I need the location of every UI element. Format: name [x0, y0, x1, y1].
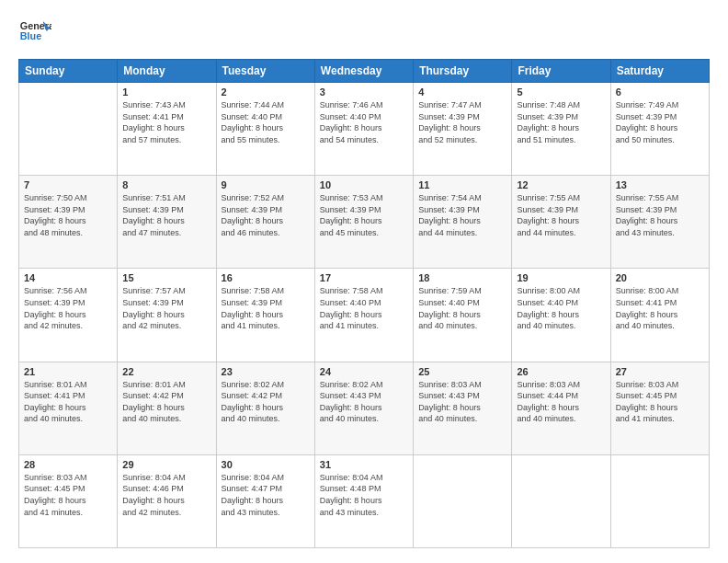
cell-info: Sunrise: 7:46 AM Sunset: 4:40 PM Dayligh… — [320, 99, 408, 145]
cell-info: Sunrise: 8:04 AM Sunset: 4:48 PM Dayligh… — [320, 472, 408, 518]
day-number: 7 — [24, 179, 112, 190]
cell-info: Sunrise: 8:03 AM Sunset: 4:45 PM Dayligh… — [616, 379, 704, 425]
calendar-cell: 12Sunrise: 7:55 AM Sunset: 4:39 PM Dayli… — [512, 176, 610, 269]
calendar-cell: 2Sunrise: 7:44 AM Sunset: 4:40 PM Daylig… — [216, 83, 314, 176]
day-number: 18 — [418, 272, 506, 283]
day-number: 20 — [616, 272, 704, 283]
day-number: 12 — [517, 179, 605, 190]
calendar-cell: 10Sunrise: 7:53 AM Sunset: 4:39 PM Dayli… — [314, 176, 413, 269]
cell-info: Sunrise: 8:03 AM Sunset: 4:43 PM Dayligh… — [418, 379, 506, 425]
calendar-week-3: 21Sunrise: 8:01 AM Sunset: 4:41 PM Dayli… — [19, 362, 710, 454]
day-number: 9 — [222, 179, 310, 190]
cell-info: Sunrise: 7:58 AM Sunset: 4:39 PM Dayligh… — [222, 285, 310, 331]
cell-info: Sunrise: 8:03 AM Sunset: 4:44 PM Dayligh… — [517, 379, 605, 425]
cell-info: Sunrise: 7:55 AM Sunset: 4:39 PM Dayligh… — [616, 192, 704, 238]
calendar-cell: 1Sunrise: 7:43 AM Sunset: 4:41 PM Daylig… — [118, 83, 216, 176]
day-number: 31 — [320, 459, 408, 470]
header: General Blue — [18, 15, 710, 48]
day-number: 19 — [517, 272, 605, 283]
calendar-cell — [414, 454, 512, 547]
day-number: 10 — [320, 179, 408, 190]
calendar-cell: 4Sunrise: 7:47 AM Sunset: 4:39 PM Daylig… — [414, 83, 512, 176]
cell-info: Sunrise: 7:58 AM Sunset: 4:40 PM Dayligh… — [320, 285, 408, 331]
calendar-cell: 16Sunrise: 7:58 AM Sunset: 4:39 PM Dayli… — [216, 269, 314, 362]
calendar-cell: 26Sunrise: 8:03 AM Sunset: 4:44 PM Dayli… — [512, 362, 610, 454]
calendar-cell: 23Sunrise: 8:02 AM Sunset: 4:42 PM Dayli… — [216, 362, 314, 454]
day-number: 3 — [320, 86, 408, 98]
logo: General Blue — [18, 15, 51, 48]
calendar-table: SundayMondayTuesdayWednesdayThursdayFrid… — [18, 59, 710, 548]
weekday-header-tuesday: Tuesday — [216, 60, 314, 83]
cell-info: Sunrise: 8:01 AM Sunset: 4:42 PM Dayligh… — [122, 379, 210, 425]
day-number: 2 — [222, 86, 310, 98]
day-number: 24 — [320, 366, 408, 377]
weekday-header-saturday: Saturday — [610, 60, 709, 83]
calendar-cell: 7Sunrise: 7:50 AM Sunset: 4:39 PM Daylig… — [19, 176, 118, 269]
weekday-header-sunday: Sunday — [19, 60, 118, 83]
day-number: 14 — [24, 272, 112, 283]
day-number: 1 — [122, 86, 210, 98]
cell-info: Sunrise: 8:00 AM Sunset: 4:40 PM Dayligh… — [517, 285, 605, 331]
day-number: 30 — [222, 459, 310, 470]
day-number: 25 — [418, 366, 506, 377]
day-number: 29 — [122, 459, 210, 470]
logo-icon: General Blue — [18, 15, 51, 48]
cell-info: Sunrise: 7:49 AM Sunset: 4:39 PM Dayligh… — [616, 99, 704, 145]
calendar-cell: 31Sunrise: 8:04 AM Sunset: 4:48 PM Dayli… — [314, 454, 413, 547]
weekday-header-friday: Friday — [512, 60, 610, 83]
calendar-cell: 19Sunrise: 8:00 AM Sunset: 4:40 PM Dayli… — [512, 269, 610, 362]
cell-info: Sunrise: 7:48 AM Sunset: 4:39 PM Dayligh… — [517, 99, 605, 145]
weekday-header-row: SundayMondayTuesdayWednesdayThursdayFrid… — [19, 60, 710, 83]
cell-info: Sunrise: 7:51 AM Sunset: 4:39 PM Dayligh… — [122, 192, 210, 238]
page: General Blue SundayMondayTuesdayWednesda… — [0, 0, 728, 563]
day-number: 13 — [616, 179, 704, 190]
calendar-cell: 29Sunrise: 8:04 AM Sunset: 4:46 PM Dayli… — [118, 454, 216, 547]
calendar-cell: 8Sunrise: 7:51 AM Sunset: 4:39 PM Daylig… — [118, 176, 216, 269]
calendar-cell: 5Sunrise: 7:48 AM Sunset: 4:39 PM Daylig… — [512, 83, 610, 176]
cell-info: Sunrise: 7:44 AM Sunset: 4:40 PM Dayligh… — [222, 99, 310, 145]
cell-info: Sunrise: 7:47 AM Sunset: 4:39 PM Dayligh… — [418, 99, 506, 145]
cell-info: Sunrise: 8:03 AM Sunset: 4:45 PM Dayligh… — [24, 472, 112, 518]
calendar-cell: 24Sunrise: 8:02 AM Sunset: 4:43 PM Dayli… — [314, 362, 413, 454]
weekday-header-monday: Monday — [118, 60, 216, 83]
cell-info: Sunrise: 8:04 AM Sunset: 4:46 PM Dayligh… — [122, 472, 210, 518]
calendar-cell: 30Sunrise: 8:04 AM Sunset: 4:47 PM Dayli… — [216, 454, 314, 547]
calendar-cell: 6Sunrise: 7:49 AM Sunset: 4:39 PM Daylig… — [610, 83, 709, 176]
calendar-cell: 3Sunrise: 7:46 AM Sunset: 4:40 PM Daylig… — [314, 83, 413, 176]
cell-info: Sunrise: 7:52 AM Sunset: 4:39 PM Dayligh… — [222, 192, 310, 238]
calendar-cell: 25Sunrise: 8:03 AM Sunset: 4:43 PM Dayli… — [414, 362, 512, 454]
cell-info: Sunrise: 8:04 AM Sunset: 4:47 PM Dayligh… — [222, 472, 310, 518]
calendar-cell — [610, 454, 709, 547]
cell-info: Sunrise: 7:43 AM Sunset: 4:41 PM Dayligh… — [122, 99, 210, 145]
calendar-cell: 21Sunrise: 8:01 AM Sunset: 4:41 PM Dayli… — [19, 362, 118, 454]
calendar-cell: 11Sunrise: 7:54 AM Sunset: 4:39 PM Dayli… — [414, 176, 512, 269]
cell-info: Sunrise: 7:53 AM Sunset: 4:39 PM Dayligh… — [320, 192, 408, 238]
calendar-cell — [19, 83, 118, 176]
cell-info: Sunrise: 8:01 AM Sunset: 4:41 PM Dayligh… — [24, 379, 112, 425]
calendar-cell: 22Sunrise: 8:01 AM Sunset: 4:42 PM Dayli… — [118, 362, 216, 454]
cell-info: Sunrise: 8:02 AM Sunset: 4:43 PM Dayligh… — [320, 379, 408, 425]
calendar-cell: 14Sunrise: 7:56 AM Sunset: 4:39 PM Dayli… — [19, 269, 118, 362]
day-number: 28 — [24, 459, 112, 470]
calendar-cell: 13Sunrise: 7:55 AM Sunset: 4:39 PM Dayli… — [610, 176, 709, 269]
svg-text:Blue: Blue — [20, 30, 41, 41]
cell-info: Sunrise: 7:50 AM Sunset: 4:39 PM Dayligh… — [24, 192, 112, 238]
weekday-header-thursday: Thursday — [414, 60, 512, 83]
day-number: 5 — [517, 86, 605, 98]
cell-info: Sunrise: 8:02 AM Sunset: 4:42 PM Dayligh… — [222, 379, 310, 425]
day-number: 11 — [418, 179, 506, 190]
cell-info: Sunrise: 7:56 AM Sunset: 4:39 PM Dayligh… — [24, 285, 112, 331]
day-number: 16 — [222, 272, 310, 283]
cell-info: Sunrise: 7:59 AM Sunset: 4:40 PM Dayligh… — [418, 285, 506, 331]
day-number: 22 — [122, 366, 210, 377]
day-number: 17 — [320, 272, 408, 283]
cell-info: Sunrise: 7:54 AM Sunset: 4:39 PM Dayligh… — [418, 192, 506, 238]
day-number: 8 — [122, 179, 210, 190]
day-number: 26 — [517, 366, 605, 377]
calendar-cell: 18Sunrise: 7:59 AM Sunset: 4:40 PM Dayli… — [414, 269, 512, 362]
day-number: 23 — [222, 366, 310, 377]
calendar-cell: 15Sunrise: 7:57 AM Sunset: 4:39 PM Dayli… — [118, 269, 216, 362]
calendar-cell: 9Sunrise: 7:52 AM Sunset: 4:39 PM Daylig… — [216, 176, 314, 269]
cell-info: Sunrise: 7:55 AM Sunset: 4:39 PM Dayligh… — [517, 192, 605, 238]
cell-info: Sunrise: 8:00 AM Sunset: 4:41 PM Dayligh… — [616, 285, 704, 331]
